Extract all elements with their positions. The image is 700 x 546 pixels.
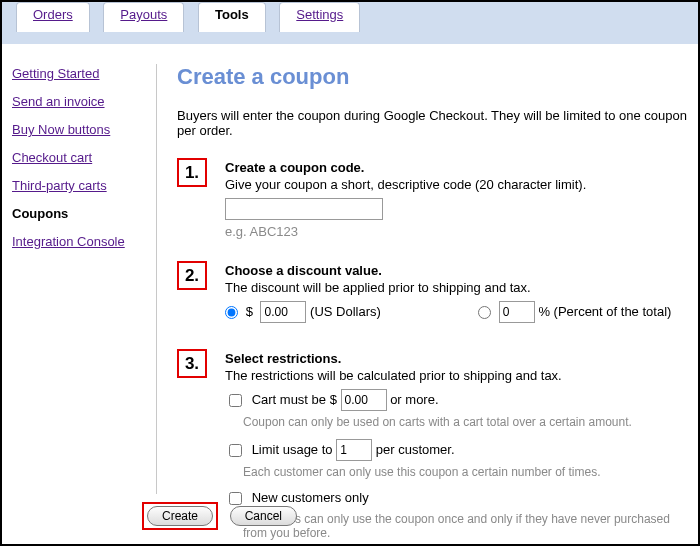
step-1-heading: Create a coupon code.: [225, 160, 688, 175]
sidebar-item-coupons[interactable]: Coupons: [12, 206, 156, 221]
step-2-sub: The discount will be applied prior to sh…: [225, 280, 688, 295]
tab-settings-label[interactable]: Settings: [296, 7, 343, 22]
sidebar-item-checkout-cart[interactable]: Checkout cart: [12, 150, 156, 165]
step-3-heading: Select restrictions.: [225, 351, 688, 366]
tab-orders-label[interactable]: Orders: [33, 7, 73, 22]
cart-min-checkbox[interactable]: [229, 394, 242, 407]
step-2: 2. Choose a discount value. The discount…: [177, 263, 688, 327]
tab-tools-label: Tools: [215, 7, 249, 22]
new-customers-note: Customers can only use the coupon once a…: [243, 512, 688, 540]
create-button-highlight: Create: [142, 502, 218, 530]
main-panel: Create a coupon Buyers will enter the co…: [157, 44, 698, 544]
tab-tools[interactable]: Tools: [198, 2, 266, 32]
limit-usage-post: per customer.: [376, 442, 455, 457]
cart-min-input[interactable]: [341, 389, 387, 411]
page-intro: Buyers will enter the coupon during Goog…: [177, 108, 688, 138]
sidebar-item-integration[interactable]: Integration Console: [12, 234, 156, 249]
limit-usage-checkbox[interactable]: [229, 444, 242, 457]
sidebar-item-send-invoice[interactable]: Send an invoice: [12, 94, 156, 109]
step-3-number: 3.: [177, 349, 207, 378]
tab-settings[interactable]: Settings: [279, 2, 360, 32]
step-3-sub: The restrictions will be calculated prio…: [225, 368, 688, 383]
discount-percent-suffix: % (Percent of the total): [538, 304, 671, 319]
discount-percent-input[interactable]: [499, 301, 535, 323]
step-1: 1. Create a coupon code. Give your coupo…: [177, 160, 688, 239]
limit-usage-input[interactable]: [336, 439, 372, 461]
tab-payouts[interactable]: Payouts: [103, 2, 184, 32]
sidebar-item-third-party[interactable]: Third-party carts: [12, 178, 156, 193]
cart-min-note: Coupon can only be used on carts with a …: [243, 415, 688, 429]
top-tab-bar: Orders Payouts Tools Settings: [2, 2, 698, 44]
step-2-heading: Choose a discount value.: [225, 263, 688, 278]
sidebar-item-buy-now[interactable]: Buy Now buttons: [12, 122, 156, 137]
step-1-sub: Give your coupon a short, descriptive co…: [225, 177, 688, 192]
currency-symbol: $: [246, 304, 253, 319]
discount-percent-radio[interactable]: [478, 306, 491, 319]
page-title: Create a coupon: [177, 64, 688, 90]
tab-orders[interactable]: Orders: [16, 2, 90, 32]
step-1-number: 1.: [177, 158, 207, 187]
sidebar-item-getting-started[interactable]: Getting Started: [12, 66, 156, 81]
create-button[interactable]: Create: [147, 506, 213, 526]
discount-dollar-suffix: (US Dollars): [310, 304, 381, 319]
cancel-button[interactable]: Cancel: [230, 506, 297, 526]
coupon-code-hint: e.g. ABC123: [225, 224, 688, 239]
discount-dollar-radio[interactable]: [225, 306, 238, 319]
cart-min-post: or more.: [390, 392, 438, 407]
discount-dollar-input[interactable]: [260, 301, 306, 323]
limit-usage-note: Each customer can only use this coupon a…: [243, 465, 688, 479]
tab-payouts-label[interactable]: Payouts: [120, 7, 167, 22]
cart-min-pre: Cart must be $: [252, 392, 337, 407]
limit-usage-pre: Limit usage to: [252, 442, 333, 457]
button-bar: Create Cancel: [142, 502, 297, 530]
step-2-number: 2.: [177, 261, 207, 290]
coupon-code-input[interactable]: [225, 198, 383, 220]
sidebar: Getting Started Send an invoice Buy Now …: [2, 44, 156, 544]
